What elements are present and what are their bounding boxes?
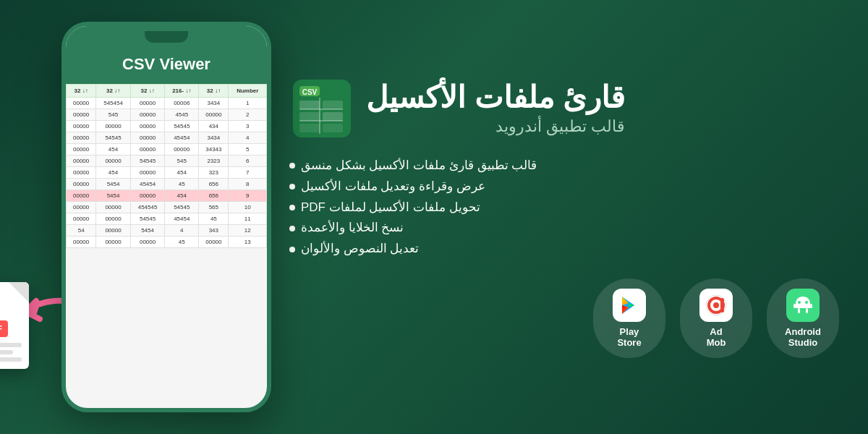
table-cell: 00000 <box>67 98 96 109</box>
table-row: 965645400000545400000 <box>67 190 267 202</box>
table-cell: 13 <box>229 237 267 248</box>
play-store-label: PlayStore <box>617 326 641 349</box>
bullet-icon <box>289 247 295 252</box>
table-cell: 00000 <box>67 237 96 248</box>
table-cell: 3 <box>229 121 267 132</box>
col-header-4: ↑↓ 32 <box>96 85 131 98</box>
table-cell: 5454 <box>130 225 165 237</box>
android-studio-icon <box>786 289 820 322</box>
table-container: Number ↑↓ 32 ↑↓ -216 ↑↓ 32 ↑↓ 32 ↑↓ 32 1… <box>66 84 267 248</box>
feature-item: تحويل ملفات الأكسيل لملفات PDF <box>289 197 839 218</box>
table-cell: 454 <box>96 167 131 179</box>
table-row: 86564545454545400000 <box>67 179 267 190</box>
feature-text: نسخ الخلايا والأعمدة <box>301 218 404 239</box>
table-cell: 2323 <box>199 156 229 167</box>
table-cell: 54545 <box>130 213 165 225</box>
main-title: قارئ ملفات الأكسيل <box>366 81 625 114</box>
table-cell: 00000 <box>96 237 131 248</box>
table-cell: 00000 <box>130 109 165 121</box>
table-cell: 6 <box>229 156 267 167</box>
table-cell: 8 <box>229 179 267 190</box>
phone-mockup: CSV Viewer Number ↑↓ 32 ↑↓ -216 ↑↓ 32 ↑↓… <box>61 22 271 412</box>
table-cell: 12 <box>229 225 267 237</box>
svg-point-14 <box>713 302 719 308</box>
table-cell: 00000 <box>199 109 229 121</box>
svg-rect-4 <box>323 101 343 109</box>
table-cell: 00000 <box>67 202 96 213</box>
table-cell: 45454 <box>165 213 199 225</box>
table-cell: 00000 <box>67 156 96 167</box>
svg-rect-21 <box>793 304 796 308</box>
bullet-icon <box>289 205 295 210</box>
right-panel: PDF CSV Viewer <box>43 22 289 412</box>
svg-rect-20 <box>806 308 808 313</box>
table-cell: 45 <box>165 237 199 248</box>
table-cell: 00000 <box>130 98 165 109</box>
play-store-icon <box>613 289 646 322</box>
csv-icon: CSV <box>289 76 354 141</box>
pdf-corner <box>9 282 29 302</box>
table-row: 10565545454545450000000000 <box>67 202 267 213</box>
table-row: 62323545545450000000000 <box>67 156 267 167</box>
table-cell: 45 <box>165 179 199 190</box>
admob-label: AdMob <box>707 326 726 349</box>
svg-rect-19 <box>798 308 800 313</box>
left-panel: قارئ ملفات الأكسيل قالب تطبيق أندرويد CS… <box>289 76 839 358</box>
table-cell: 34343 <box>199 144 229 156</box>
android-studio-label: AndroidStudio <box>785 326 821 349</box>
table-cell: 54545 <box>130 156 165 167</box>
pdf-lines <box>0 343 22 362</box>
table-cell: 545454 <box>96 98 131 109</box>
svg-rect-7 <box>299 124 320 132</box>
pdf-line <box>0 350 13 354</box>
table-cell: 00000 <box>165 144 199 156</box>
table-row: 20000045450000054500000 <box>67 109 267 121</box>
col-header-2: ↑↓ -216 <box>165 85 199 98</box>
svg-rect-15 <box>720 298 724 312</box>
table-cell: 45 <box>199 213 229 225</box>
table-cell: 2 <box>229 109 267 121</box>
table-cell: 00000 <box>67 121 96 132</box>
table-cell: 7 <box>229 167 267 179</box>
feature-item: عرض وقراءة وتعديل ملفات الأكسيل <box>289 176 839 197</box>
play-store-badge[interactable]: PlayStore <box>593 278 665 358</box>
table-row: 12343454540000054 <box>67 225 267 237</box>
table-cell: 00000 <box>130 167 165 179</box>
table-cell: 454 <box>165 190 199 202</box>
phone-top-bar <box>66 26 267 48</box>
table-cell: 5454 <box>96 179 131 190</box>
pdf-line <box>0 357 22 362</box>
col-header-number: Number <box>229 85 267 98</box>
feature-text: تحويل ملفات الأكسيل لملفات PDF <box>301 197 480 218</box>
col-header-5: ↑↓ 32 <box>67 85 96 98</box>
table-cell: 434 <box>199 121 229 132</box>
bullet-icon <box>289 226 295 231</box>
table-row: 130000045000000000000000 <box>67 237 267 248</box>
svg-rect-8 <box>323 124 343 132</box>
admob-badge[interactable]: AdMob <box>680 278 752 358</box>
svg-rect-22 <box>810 304 812 308</box>
table-cell: 00000 <box>199 237 229 248</box>
svg-point-18 <box>805 301 808 304</box>
svg-rect-6 <box>323 112 343 121</box>
bullet-icon <box>289 163 295 169</box>
table-cell: 54545 <box>165 202 199 213</box>
table-cell: 10 <box>229 202 267 213</box>
table-cell: 4545 <box>165 109 199 121</box>
app-header: CSV Viewer <box>66 48 267 84</box>
table-cell: 4 <box>229 132 267 144</box>
table-cell: 00000 <box>67 109 96 121</box>
table-cell: 656 <box>199 179 229 190</box>
col-header-1: ↑↓ 32 <box>199 85 229 98</box>
table-cell: 00000 <box>67 179 96 190</box>
android-studio-badge[interactable]: AndroidStudio <box>767 278 839 358</box>
badges-row: PlayStore AdMob <box>593 278 839 358</box>
bullet-icon <box>289 184 295 190</box>
csv-table: Number ↑↓ 32 ↑↓ -216 ↑↓ 32 ↑↓ 32 ↑↓ 32 1… <box>66 84 267 248</box>
table-cell: 00000 <box>67 190 96 202</box>
table-cell: 454 <box>96 144 131 156</box>
table-cell: 00000 <box>130 237 165 248</box>
table-cell: 5 <box>229 144 267 156</box>
feature-item: نسخ الخلايا والأعمدة <box>289 218 839 239</box>
pdf-badge: PDF <box>0 320 8 337</box>
